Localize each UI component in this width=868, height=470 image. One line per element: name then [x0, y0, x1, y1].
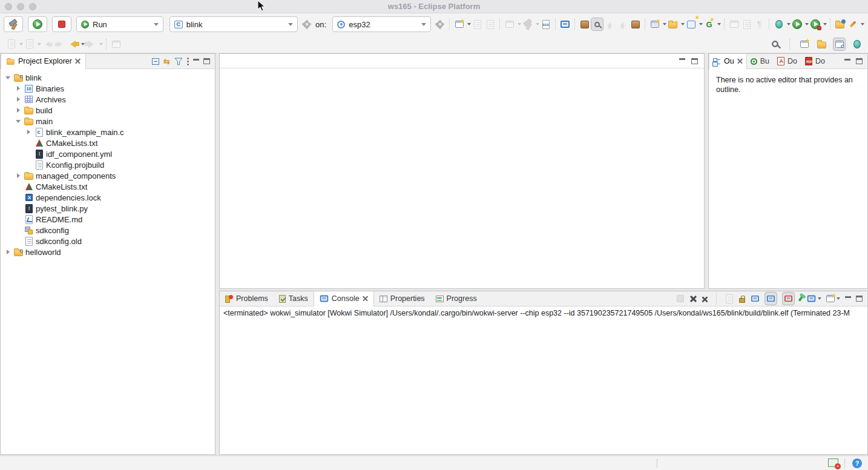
mark-occurrences-button[interactable]: [740, 18, 753, 31]
tree-item[interactable]: sdkconfig.old: [1, 236, 215, 247]
maximize-button[interactable]: [203, 58, 210, 64]
next-edit-button[interactable]: [728, 18, 740, 31]
tab-console[interactable]: Console: [314, 291, 374, 306]
maximize-button[interactable]: [691, 58, 698, 64]
clear-console-button[interactable]: [725, 292, 734, 305]
terminate-button[interactable]: [676, 292, 685, 305]
tab-tasks[interactable]: Tasks: [274, 291, 314, 306]
expander-icon[interactable]: [15, 85, 22, 92]
scroll-lock-button[interactable]: [739, 298, 745, 303]
new-c-project-button[interactable]: [648, 18, 666, 31]
tree-item[interactable]: idf_component.yml: [1, 148, 215, 159]
tab-outline[interactable]: Ou: [709, 54, 747, 69]
close-icon[interactable]: [363, 296, 368, 302]
tree-item[interactable]: Archives: [1, 94, 215, 105]
coverage-launch-button[interactable]: [809, 18, 827, 31]
tree-item[interactable]: sdkconfig: [1, 225, 215, 236]
launch-target-combo[interactable]: esp32: [332, 16, 431, 32]
tree-item[interactable]: helloworld: [1, 247, 215, 257]
new-folder-button[interactable]: [666, 18, 685, 31]
show-whitespace-button[interactable]: ¶: [753, 18, 766, 31]
build-all-button[interactable]: [503, 18, 521, 31]
binary-viewer-button[interactable]: [539, 18, 552, 31]
close-icon[interactable]: [75, 59, 81, 64]
next-annotation-button[interactable]: [5, 38, 23, 51]
show-on-stdout-toggle[interactable]: [764, 292, 777, 305]
device-monitor-toggle[interactable]: [591, 18, 603, 31]
console-errors-icon[interactable]: [829, 460, 838, 467]
pin-console-button[interactable]: [798, 296, 803, 302]
launch-mode-combo[interactable]: Run: [76, 16, 163, 32]
maximize-button[interactable]: [856, 296, 863, 302]
tab-build[interactable]: Bu: [747, 54, 774, 69]
open-console-button[interactable]: [826, 295, 840, 302]
display-console-button[interactable]: [807, 295, 821, 302]
minimize-button[interactable]: [845, 296, 851, 298]
forward-disabled-button[interactable]: [54, 38, 67, 51]
close-icon[interactable]: [737, 59, 743, 64]
expander-icon[interactable]: [4, 74, 12, 81]
tree-item[interactable]: blink: [1, 72, 215, 83]
remove-all-terminated-button[interactable]: [702, 296, 708, 302]
tree-item[interactable]: CMakeLists.txt: [1, 137, 215, 148]
link-with-editor-button[interactable]: ⇆: [163, 57, 170, 66]
stop-button[interactable]: [52, 16, 71, 32]
tree-item[interactable]: README.md: [1, 214, 215, 225]
save-all-button[interactable]: [484, 18, 496, 31]
new-file-button[interactable]: [685, 18, 703, 31]
build-config-button[interactable]: [521, 18, 539, 31]
show-on-stderr-toggle[interactable]: [782, 292, 795, 305]
open-perspective-button[interactable]: [798, 38, 810, 51]
previous-annotation-button[interactable]: [23, 38, 41, 51]
expander-icon[interactable]: [25, 128, 32, 136]
build-button[interactable]: [4, 16, 23, 32]
launch-button[interactable]: [28, 16, 47, 32]
expander-icon[interactable]: [15, 107, 22, 114]
minimize-button[interactable]: [193, 59, 199, 61]
remove-launch-button[interactable]: [690, 296, 697, 302]
tree-item[interactable]: CMakeLists.txt: [1, 181, 215, 192]
tree-item[interactable]: main: [1, 116, 215, 127]
minimize-button[interactable]: [844, 59, 850, 61]
search-button[interactable]: [769, 38, 781, 51]
drag-handle[interactable]: [844, 459, 846, 468]
word-wrap-button[interactable]: [750, 292, 760, 305]
tab-documents[interactable]: Do: [774, 54, 801, 69]
expander-icon[interactable]: [15, 172, 22, 179]
back-history-button[interactable]: [67, 38, 85, 51]
tab-project-explorer[interactable]: Project Explorer: [1, 54, 86, 69]
drag-handle[interactable]: [657, 459, 659, 468]
expander-icon[interactable]: [15, 96, 22, 103]
esp-registry-button[interactable]: [629, 18, 642, 31]
cpp-perspective-button[interactable]: C: [833, 38, 846, 51]
download-button[interactable]: [616, 18, 629, 31]
expander-icon[interactable]: [15, 117, 22, 125]
tree-item[interactable]: pytest_blink.py: [1, 203, 215, 214]
import-button[interactable]: [833, 18, 846, 31]
upload-button[interactable]: [603, 18, 616, 31]
filter-button[interactable]: [174, 58, 183, 65]
new-git-project-button[interactable]: G: [703, 18, 721, 31]
new-wizard-button[interactable]: [453, 18, 471, 31]
tree-item[interactable]: dependencies.lock: [1, 192, 215, 203]
resource-perspective-button[interactable]: [815, 38, 828, 51]
run-launch-button[interactable]: [791, 18, 809, 31]
tab-progress[interactable]: Progress: [430, 291, 482, 306]
external-tools-button[interactable]: [846, 18, 864, 31]
terminal-button[interactable]: [559, 18, 571, 31]
expander-icon[interactable]: [4, 248, 12, 256]
save-button[interactable]: [471, 18, 484, 31]
target-gear-button[interactable]: [433, 18, 446, 31]
view-menu-button[interactable]: [187, 58, 189, 59]
tab-documents-2[interactable]: Do: [801, 54, 829, 69]
tree-item[interactable]: blink_example_main.c: [1, 127, 215, 137]
esp-components-button[interactable]: [578, 18, 591, 31]
minimize-button[interactable]: [679, 58, 685, 60]
debug-perspective-button[interactable]: [850, 38, 863, 51]
tree-item[interactable]: build: [1, 105, 215, 116]
tree-item[interactable]: Binaries: [1, 83, 215, 94]
maximize-button[interactable]: [856, 58, 863, 64]
forward-history-button[interactable]: [85, 38, 103, 51]
collapse-all-button[interactable]: [152, 58, 159, 65]
debug-launch-button[interactable]: [772, 18, 791, 31]
